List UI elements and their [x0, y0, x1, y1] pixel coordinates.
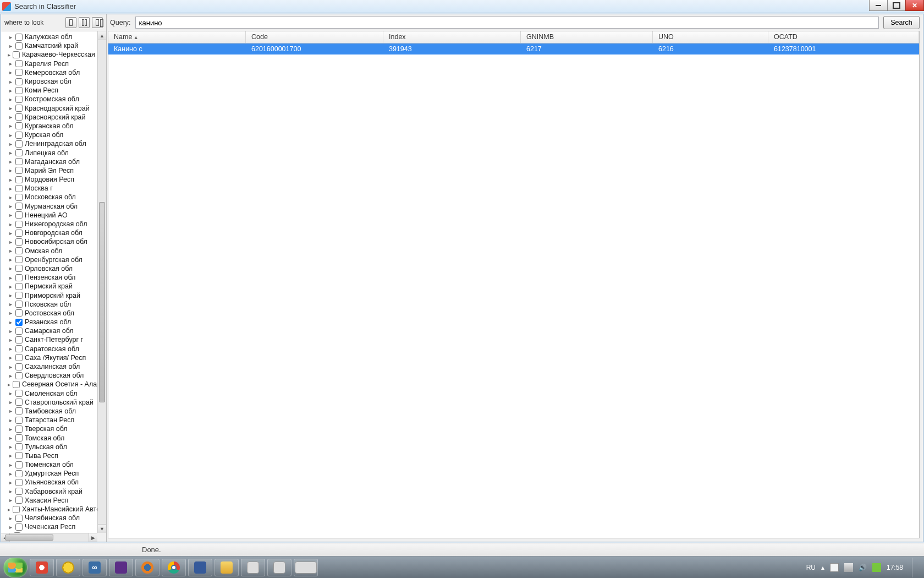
region-tree-item[interactable]: ▸Кемеровская обл: [15, 68, 97, 77]
expand-icon[interactable]: ▸: [8, 177, 13, 183]
taskbar-app-firefox[interactable]: [135, 559, 160, 576]
region-tree-item[interactable]: ▸Ставропольский край: [15, 398, 97, 407]
region-tree-item[interactable]: ▸Пензенская обл: [15, 273, 97, 282]
region-checkbox[interactable]: [15, 417, 23, 424]
region-checkbox[interactable]: [15, 363, 23, 370]
region-tree-item[interactable]: ▸Курганская обл: [15, 122, 97, 130]
region-tree-item[interactable]: ▸Хабаровский край: [15, 487, 97, 496]
column-header-gninmb[interactable]: GNINMB: [521, 31, 653, 43]
region-checkbox[interactable]: [15, 122, 23, 129]
sidebar-view-single-button[interactable]: [65, 17, 76, 28]
region-tree-item[interactable]: ▸Пермский край: [15, 282, 97, 291]
region-checkbox[interactable]: [15, 479, 23, 486]
region-tree-item[interactable]: ▸Самарская обл: [15, 326, 97, 335]
expand-icon[interactable]: ▸: [8, 435, 13, 441]
region-tree-item[interactable]: ▸Мордовия Респ: [15, 175, 97, 184]
region-checkbox[interactable]: [15, 345, 23, 352]
region-checkbox[interactable]: [15, 42, 23, 50]
region-checkbox[interactable]: [15, 140, 23, 148]
region-tree-item[interactable]: ▸Магаданская обл: [15, 157, 97, 166]
expand-icon[interactable]: ▸: [8, 515, 13, 521]
region-tree-item[interactable]: ▸Карелия Респ: [15, 59, 97, 68]
expand-icon[interactable]: ▸: [8, 310, 13, 316]
expand-icon[interactable]: ▸: [8, 417, 13, 423]
region-checkbox[interactable]: [15, 434, 23, 441]
expand-icon[interactable]: ▸: [8, 79, 13, 85]
expand-icon[interactable]: ▸: [8, 373, 13, 379]
expand-icon[interactable]: ▸: [8, 399, 13, 405]
taskbar-app-save[interactable]: [188, 559, 212, 576]
expand-icon[interactable]: ▸: [8, 462, 13, 468]
region-checkbox[interactable]: [15, 319, 23, 326]
region-tree-item[interactable]: ▸Камчатский край: [15, 41, 97, 50]
expand-icon[interactable]: ▸: [8, 497, 13, 503]
region-checkbox[interactable]: [15, 113, 23, 121]
region-tree-item[interactable]: ▸Московская обл: [15, 193, 97, 201]
region-checkbox[interactable]: [15, 194, 23, 201]
expand-icon[interactable]: ▸: [8, 283, 13, 290]
region-checkbox[interactable]: [15, 149, 23, 156]
region-tree-item[interactable]: ▸Чеченская Респ: [15, 522, 97, 531]
sidebar-vertical-scrollbar[interactable]: ▲ ▼: [97, 31, 106, 533]
expand-icon[interactable]: ▸: [8, 96, 13, 102]
region-tree-item[interactable]: ▸Омская обл: [15, 247, 97, 255]
expand-icon[interactable]: ▸: [8, 257, 13, 263]
expand-icon[interactable]: ▸: [8, 390, 13, 396]
region-checkbox[interactable]: [15, 274, 23, 281]
scrollbar-thumb[interactable]: [99, 202, 105, 402]
region-tree-item[interactable]: ▸Северная Осетия - Алани: [15, 380, 97, 389]
expand-icon[interactable]: ▸: [8, 248, 13, 254]
tray-clock[interactable]: 17:58: [887, 564, 903, 571]
region-checkbox[interactable]: [15, 301, 23, 308]
region-checkbox[interactable]: [15, 132, 23, 139]
region-checkbox[interactable]: [15, 60, 23, 67]
start-button[interactable]: [3, 558, 28, 577]
expand-icon[interactable]: ▸: [8, 159, 13, 165]
expand-icon[interactable]: ▸: [8, 43, 13, 49]
column-header-ocatd[interactable]: OCATD: [768, 31, 919, 43]
region-checkbox[interactable]: [15, 328, 23, 335]
region-checkbox[interactable]: [15, 185, 23, 192]
region-tree-item[interactable]: ▸Свердловская обл: [15, 371, 97, 380]
region-checkbox[interactable]: [15, 105, 23, 112]
region-tree-item[interactable]: ▸Псковская обл: [15, 300, 97, 309]
region-checkbox[interactable]: [15, 488, 23, 495]
region-checkbox[interactable]: [15, 426, 23, 433]
taskbar-app-infinity[interactable]: ∞: [82, 559, 107, 576]
taskbar-app-aimp[interactable]: [56, 559, 80, 576]
region-checkbox[interactable]: [15, 283, 23, 290]
region-tree-item[interactable]: ▸Тверская обл: [15, 424, 97, 433]
expand-icon[interactable]: ▸: [8, 203, 13, 209]
tray-flag-icon[interactable]: [830, 563, 839, 572]
region-checkbox[interactable]: [15, 354, 23, 361]
scrollbar-thumb[interactable]: [5, 535, 53, 541]
column-header-name[interactable]: Name: [108, 31, 246, 43]
region-tree-item[interactable]: ▸Смоленская обл: [15, 389, 97, 398]
region-checkbox[interactable]: [15, 407, 23, 415]
region-tree-item[interactable]: ▸Ханты-Мансийский Авто: [15, 505, 97, 514]
expand-icon[interactable]: ▸: [8, 61, 13, 67]
expand-icon[interactable]: ▸: [8, 292, 13, 298]
region-tree-item[interactable]: ▸Сахалинская обл: [15, 362, 97, 371]
region-checkbox[interactable]: [15, 158, 23, 165]
region-checkbox[interactable]: [15, 452, 23, 459]
region-tree-item[interactable]: ▸Москва г: [15, 184, 97, 193]
expand-icon[interactable]: ▸: [8, 194, 13, 200]
region-checkbox[interactable]: [15, 96, 23, 103]
region-tree-item[interactable]: ▸Ненецкий АО: [15, 211, 97, 220]
region-checkbox[interactable]: [15, 78, 23, 85]
region-checkbox[interactable]: [15, 69, 23, 76]
region-checkbox[interactable]: [15, 399, 23, 406]
taskbar-app-opera[interactable]: [30, 559, 54, 576]
region-tree-item[interactable]: ▸Томская обл: [15, 433, 97, 442]
region-checkbox[interactable]: [15, 515, 23, 522]
region-tree-item[interactable]: ▸Новгородская обл: [15, 228, 97, 237]
region-checkbox[interactable]: [15, 176, 23, 183]
region-checkbox[interactable]: [15, 461, 23, 468]
tray-network-icon[interactable]: [844, 563, 853, 572]
taskbar-app-classifier[interactable]: [294, 559, 318, 576]
window-minimize-button[interactable]: [869, 0, 888, 11]
region-tree-item[interactable]: ▸Краснодарский край: [15, 104, 97, 113]
region-tree-item[interactable]: ▸Оренбургская обл: [15, 255, 97, 264]
expand-icon[interactable]: ▸: [8, 381, 10, 388]
